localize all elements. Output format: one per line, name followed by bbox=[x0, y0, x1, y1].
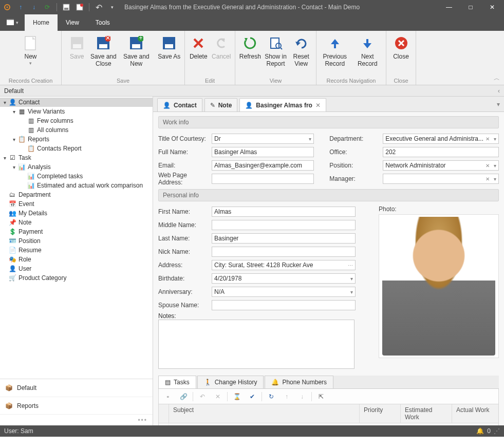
tree-analysis[interactable]: ▾📊Analysis bbox=[0, 162, 153, 172]
tree-few-columns[interactable]: ▥Few columns bbox=[0, 116, 153, 125]
field-full-name[interactable]: Basinger Almas bbox=[212, 147, 314, 157]
doc-tab-contact[interactable]: 👤Contact bbox=[157, 98, 202, 111]
tree-position[interactable]: 🪪Position bbox=[0, 236, 153, 246]
tab-close-icon[interactable]: ✕ bbox=[315, 102, 321, 109]
tree-role[interactable]: 🎭Role bbox=[0, 255, 153, 264]
tb-delete[interactable]: ✕ bbox=[211, 390, 225, 403]
field-title-courtesy[interactable]: Dr▾ bbox=[212, 134, 314, 144]
save-button[interactable]: Save bbox=[64, 33, 90, 76]
tree-product-category[interactable]: 🛒Product Category bbox=[0, 273, 153, 283]
save-as-button[interactable]: Save As bbox=[156, 33, 182, 76]
doc-tab-record[interactable]: 👤Basinger Almas fro✕ bbox=[239, 98, 326, 111]
photo-field[interactable] bbox=[379, 214, 499, 358]
nav-collapse-chevron[interactable]: ‹ bbox=[498, 87, 500, 95]
doc-tabs-menu[interactable]: ▾ bbox=[497, 101, 500, 108]
side-default[interactable]: 📦Default bbox=[0, 379, 153, 397]
close-window-button[interactable]: ✕ bbox=[481, 0, 503, 14]
field-birthdate[interactable]: 4/20/1978▾ bbox=[212, 273, 356, 284]
ribbon-collapse-chevron[interactable]: ︿ bbox=[494, 74, 500, 83]
side-reports[interactable]: 📦Reports bbox=[0, 397, 153, 414]
tree-reports[interactable]: ▾📋Reports bbox=[0, 135, 153, 144]
col-subject[interactable]: Subject bbox=[169, 404, 360, 423]
tree-view-variants[interactable]: ▾▦View Variants bbox=[0, 107, 153, 116]
next-record-button[interactable]: Next Record bbox=[351, 33, 384, 76]
field-spouse[interactable] bbox=[212, 300, 356, 310]
subtab-tasks[interactable]: ▤Tasks bbox=[158, 376, 196, 388]
tree-event[interactable]: 📅Event bbox=[0, 199, 153, 209]
tree-all-columns[interactable]: ▥All columns bbox=[0, 125, 153, 135]
field-department[interactable]: Executive General and Administra...✕▾ bbox=[383, 134, 499, 144]
side-overflow[interactable]: ••• bbox=[0, 414, 153, 425]
refresh-button[interactable]: Refresh bbox=[237, 33, 263, 76]
subtab-change-history[interactable]: 🚶Change History bbox=[197, 376, 264, 388]
field-notes[interactable] bbox=[158, 320, 354, 369]
field-anniversary[interactable]: N/A▾ bbox=[212, 287, 356, 297]
cancel-button[interactable]: Cancel bbox=[210, 33, 233, 76]
tb-undo[interactable]: ↶ bbox=[195, 390, 210, 403]
qa-refresh-icon[interactable]: ⟳ bbox=[41, 1, 53, 13]
tree-payment[interactable]: 💲Payment bbox=[0, 227, 153, 236]
tab-home[interactable]: Home bbox=[25, 14, 58, 31]
field-email[interactable]: Almas_Basinger@example.com bbox=[212, 160, 314, 171]
tb-hourglass[interactable]: ⌛ bbox=[230, 390, 244, 403]
col-actual[interactable]: Actual Work bbox=[452, 404, 498, 423]
doc-tab-note[interactable]: ✎Note bbox=[204, 98, 238, 111]
tree-user[interactable]: 👤User bbox=[0, 264, 153, 273]
qa-down-arrow-icon[interactable]: ↓ bbox=[28, 1, 40, 13]
tree-task[interactable]: ▾☑Task bbox=[0, 153, 153, 162]
field-address[interactable]: City: Surat, Street: 4128 Rucker Ave⋯ bbox=[212, 260, 356, 270]
tree-department[interactable]: 🗂Department bbox=[0, 190, 153, 199]
qa-save-close-icon[interactable] bbox=[73, 1, 86, 13]
tb-refresh[interactable]: ↻ bbox=[264, 390, 278, 403]
save-new-button[interactable]: +Save and New bbox=[117, 33, 156, 76]
tree-contact[interactable]: ▾👤Contact bbox=[0, 98, 153, 107]
tb-check[interactable]: ✔ bbox=[245, 390, 259, 403]
reset-view-button[interactable]: Reset View bbox=[288, 33, 314, 76]
ribbon-group-nav: Records Navigation bbox=[316, 78, 386, 85]
subtab-phone[interactable]: 🔔Phone Numbers bbox=[265, 376, 333, 388]
tb-link[interactable]: 🔗 bbox=[176, 390, 191, 403]
tree-my-details[interactable]: 👥My Details bbox=[0, 209, 153, 218]
tree-contacts-report[interactable]: 📋Contacts Report bbox=[0, 144, 153, 153]
tree-resume[interactable]: 📄Resume bbox=[0, 246, 153, 255]
file-menu-icon[interactable]: ▾ bbox=[0, 14, 25, 31]
tb-export[interactable]: ⇱ bbox=[314, 390, 328, 403]
field-position[interactable]: Network Administrator✕▾ bbox=[383, 160, 499, 171]
tab-tools[interactable]: Tools bbox=[87, 14, 118, 31]
tb-new[interactable]: ▫ bbox=[161, 390, 175, 403]
tb-down[interactable]: ↓ bbox=[295, 390, 309, 403]
field-webpage[interactable] bbox=[212, 174, 314, 184]
bell-icon[interactable]: 🔔 bbox=[476, 427, 484, 435]
close-button[interactable]: Close bbox=[388, 33, 414, 76]
field-first-name[interactable]: Almas bbox=[212, 207, 356, 217]
maximize-button[interactable]: □ bbox=[460, 0, 481, 14]
delete-button[interactable]: Delete bbox=[187, 33, 210, 76]
field-middle-name[interactable] bbox=[212, 220, 356, 230]
folder-icon: 🗂 bbox=[8, 191, 16, 199]
new-button[interactable]: New▾ bbox=[14, 33, 47, 76]
undo-icon bbox=[213, 35, 230, 51]
grid-new-row[interactable]: ✱ Click here to add a new row bbox=[159, 423, 498, 425]
col-estimated[interactable]: Estimated Work bbox=[401, 404, 452, 423]
col-priority[interactable]: Priority bbox=[360, 404, 401, 423]
list-icon: ▤ bbox=[165, 379, 171, 386]
bell-icon: 🔔 bbox=[271, 379, 279, 386]
tb-up[interactable]: ↑ bbox=[279, 390, 294, 403]
qa-customize-dropdown[interactable]: ▾ bbox=[106, 1, 118, 13]
tree-est-actual[interactable]: 📊Estimated and actual work comparison bbox=[0, 181, 153, 190]
tree-note[interactable]: 📌Note bbox=[0, 218, 153, 227]
show-report-button[interactable]: Show in Report bbox=[263, 33, 289, 76]
tree-completed-tasks[interactable]: 📊Completed tasks bbox=[0, 172, 153, 181]
tab-view[interactable]: View bbox=[58, 14, 87, 31]
qa-up-arrow-icon[interactable]: ↑ bbox=[14, 1, 27, 13]
app-icon[interactable] bbox=[1, 1, 13, 13]
field-nick-name[interactable] bbox=[212, 247, 356, 257]
minimize-button[interactable]: — bbox=[438, 0, 460, 14]
qa-undo-icon[interactable]: ↶ bbox=[92, 1, 105, 13]
qa-save-icon[interactable] bbox=[60, 1, 72, 13]
save-close-button[interactable]: ✕Save and Close bbox=[90, 33, 117, 76]
field-manager[interactable]: ✕▾ bbox=[383, 174, 499, 184]
field-office[interactable]: 202 bbox=[383, 147, 499, 157]
field-last-name[interactable]: Basinger bbox=[212, 233, 356, 244]
prev-record-button[interactable]: Previous Record bbox=[319, 33, 351, 76]
